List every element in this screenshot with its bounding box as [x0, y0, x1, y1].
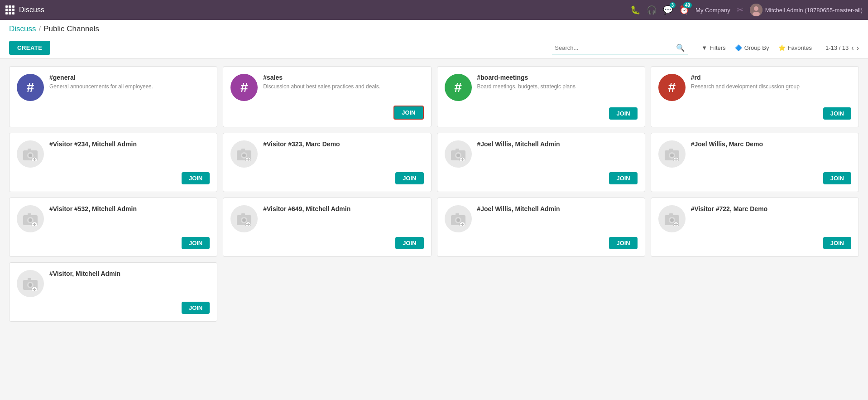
avatar — [750, 4, 762, 16]
app-grid-icon[interactable] — [5, 5, 14, 14]
channel-info: #general General announcements for all e… — [49, 74, 210, 91]
next-page-button[interactable]: › — [857, 44, 859, 52]
svg-point-5 — [29, 154, 32, 157]
channel-card-top: #Visitor #722, Marc Demo — [658, 205, 851, 232]
breadcrumb: Discuss / Public Channels — [9, 24, 859, 37]
filter-icon: ▼ — [701, 44, 707, 51]
join-button[interactable]: JOIN — [609, 107, 637, 120]
search-icon[interactable]: 🔍 — [676, 43, 685, 52]
channel-avatar: # — [658, 74, 686, 101]
channel-card-top: #Visitor #234, Mitchell Admin — [17, 140, 210, 168]
channel-grid: # #general General announcements for all… — [9, 66, 859, 322]
svg-point-26 — [670, 154, 674, 157]
user-menu[interactable]: Mitchell Admin (18780655-master-all) — [750, 4, 863, 16]
headphone-icon[interactable]: 🎧 — [647, 5, 657, 15]
filters-button[interactable]: ▼ Filters — [701, 44, 725, 51]
svg-rect-6 — [28, 149, 31, 151]
channel-name: #board-meetings — [477, 74, 638, 81]
channel-card-bottom: JOIN — [230, 172, 423, 184]
channel-card-top: #Visitor #532, Mitchell Admin — [17, 205, 210, 232]
join-button[interactable]: JOIN — [395, 237, 423, 249]
join-button[interactable]: JOIN — [182, 237, 210, 249]
chat-icon[interactable]: 💬 3 — [663, 5, 673, 15]
search-input[interactable] — [555, 44, 676, 51]
svg-rect-34 — [28, 213, 31, 216]
breadcrumb-parent[interactable]: Discuss — [9, 24, 36, 34]
hash-icon: # — [240, 80, 248, 95]
channel-description: General announcements for all employees. — [49, 83, 210, 91]
channel-info: #Joel Willis, Mitchell Admin — [477, 205, 638, 214]
breadcrumb-current: Public Channels — [43, 24, 99, 34]
svg-point-47 — [456, 218, 460, 222]
app-title: Discuss — [19, 6, 44, 14]
company-name: My Company — [695, 7, 730, 14]
action-bar: CREATE 🔍 ▼ Filters 🔷 Group By ⭐ Favorite… — [9, 37, 859, 58]
channel-avatar-placeholder — [230, 205, 258, 232]
svg-point-12 — [242, 154, 246, 157]
join-button[interactable]: JOIN — [609, 172, 637, 184]
svg-point-33 — [29, 218, 32, 222]
channel-info: #Joel Willis, Mitchell Admin — [477, 140, 638, 149]
channel-description: Discussion about best sales practices an… — [263, 83, 423, 91]
svg-point-2 — [753, 12, 760, 16]
svg-rect-41 — [241, 213, 245, 216]
create-button[interactable]: CREATE — [9, 41, 50, 55]
main-content: # #general General announcements for all… — [0, 59, 868, 400]
groupby-button[interactable]: 🔷 Group By — [735, 44, 769, 51]
svg-rect-48 — [456, 213, 459, 216]
join-button[interactable]: JOIN — [393, 106, 423, 120]
channel-card: #Visitor #722, Marc Demo JOIN — [651, 198, 859, 257]
join-button[interactable]: JOIN — [823, 172, 851, 184]
channel-card-bottom: JOIN — [658, 172, 851, 184]
bug-icon[interactable]: 🐛 — [630, 5, 640, 15]
join-button[interactable]: JOIN — [823, 107, 851, 120]
prev-page-button[interactable]: ‹ — [851, 44, 854, 52]
channel-name: #Visitor #323, Marc Demo — [263, 140, 423, 148]
channel-card-top: #Visitor #323, Marc Demo — [230, 140, 423, 168]
channel-info: #Joel Willis, Marc Demo — [691, 140, 851, 149]
join-button[interactable]: JOIN — [182, 302, 210, 314]
channel-avatar-placeholder — [17, 270, 44, 297]
channel-name: #Visitor #532, Mitchell Admin — [49, 205, 210, 212]
svg-point-19 — [456, 154, 460, 157]
channel-card-bottom: JOIN — [658, 107, 851, 120]
search-bar: 🔍 — [552, 42, 688, 54]
channel-info: #sales Discussion about best sales pract… — [263, 74, 423, 91]
clock-icon[interactable]: ⏰ 49 — [679, 5, 689, 15]
channel-card: #Joel Willis, Mitchell Admin JOIN — [437, 198, 645, 257]
svg-rect-20 — [456, 149, 459, 151]
channel-card: # #board-meetings Board meetings, budget… — [437, 66, 645, 127]
channel-card-top: #Joel Willis, Mitchell Admin — [445, 140, 638, 168]
channel-card: #Joel Willis, Marc Demo JOIN — [651, 133, 859, 192]
subheader: Discuss / Public Channels CREATE 🔍 ▼ Fil… — [0, 20, 868, 59]
channel-name: #Visitor, Mitchell Admin — [49, 270, 210, 277]
chat-badge: 3 — [670, 2, 676, 8]
channel-card: #Joel Willis, Mitchell Admin JOIN — [437, 133, 645, 192]
channel-card-top: # #board-meetings Board meetings, budget… — [445, 74, 638, 103]
channel-name: #Joel Willis, Marc Demo — [691, 140, 851, 148]
channel-card-bottom: JOIN — [230, 106, 423, 120]
join-button[interactable]: JOIN — [182, 172, 210, 184]
channel-card-bottom: JOIN — [230, 237, 423, 249]
channel-card-top: # #rd Research and development discussio… — [658, 74, 851, 103]
channel-name: #sales — [263, 74, 423, 81]
channel-card-bottom: JOIN — [445, 237, 638, 249]
channel-name: #general — [49, 74, 210, 81]
channel-card: # #sales Discussion about best sales pra… — [223, 66, 431, 127]
svg-rect-55 — [669, 213, 673, 216]
favorites-button[interactable]: ⭐ Favorites — [778, 44, 812, 51]
channel-avatar-placeholder — [658, 205, 686, 232]
star-icon: ⭐ — [778, 44, 786, 51]
join-button[interactable]: JOIN — [823, 237, 851, 249]
svg-rect-62 — [28, 278, 31, 280]
channel-card-top: #Visitor, Mitchell Admin — [17, 270, 210, 297]
channel-avatar-placeholder — [445, 205, 472, 232]
channel-info: #Visitor #532, Mitchell Admin — [49, 205, 210, 214]
join-button[interactable]: JOIN — [395, 172, 423, 184]
channel-card-bottom: JOIN — [17, 302, 210, 314]
channel-card: # #rd Research and development discussio… — [651, 66, 859, 127]
topbar-separator: ✂ — [737, 5, 743, 15]
channel-name: #rd — [691, 74, 851, 81]
join-button[interactable]: JOIN — [609, 237, 637, 249]
channel-info: #Visitor, Mitchell Admin — [49, 270, 210, 279]
